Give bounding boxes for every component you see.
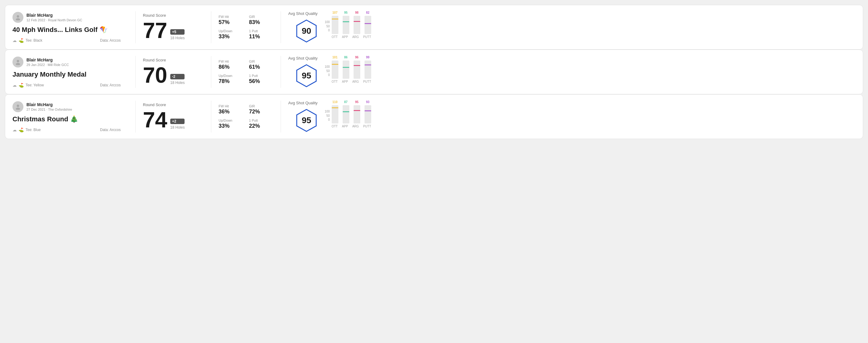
round-card-3: Blair McHarg 27 Dec 2021 · The Oxfordshi…: [5, 94, 863, 139]
score-number: 70: [143, 64, 167, 86]
y-axis-labels: 100500: [325, 65, 331, 83]
bar-accent-arg: [353, 110, 360, 111]
score-main: 77 +5 18 Holes: [143, 20, 204, 41]
tee-info: ☁ ⛳ Tee: Blue: [12, 127, 41, 132]
left-section: Blair McHarg 29 Jan 2022 · Mill Ride GCC…: [12, 57, 128, 88]
quality-label: Avg Shot Quality: [288, 11, 318, 16]
stats-grid: FW Hit 57% GIR 83% Up/Down 33% 1 Putt 11…: [219, 15, 273, 40]
quality-label: Avg Shot Quality: [288, 101, 318, 105]
fw-hit-stat: FW Hit 57%: [219, 15, 243, 26]
bar-accent-putt: [365, 111, 371, 111]
updown-stat: Up/Down 33%: [219, 29, 243, 40]
gir-stat: GIR 72%: [249, 104, 273, 115]
divider-2: [211, 101, 211, 132]
quality-section: Avg Shot Quality 90: [288, 11, 325, 43]
stats-grid: FW Hit 86% GIR 61% Up/Down 78% 1 Putt 56…: [219, 60, 273, 85]
updown-stat: Up/Down 33%: [219, 119, 243, 129]
y-label-50: 50: [325, 114, 330, 117]
updown-label: Up/Down: [219, 119, 243, 122]
fw-hit-stat: FW Hit 86%: [219, 60, 243, 70]
stats-grid: FW Hit 36% GIR 72% Up/Down 33% 1 Putt 22…: [219, 104, 273, 129]
stats-section: FW Hit 57% GIR 83% Up/Down 33% 1 Putt 11…: [219, 15, 273, 40]
weather-icon: ☁: [12, 38, 17, 43]
y-label-0: 0: [325, 118, 330, 121]
quality-number: 90: [302, 26, 311, 36]
x-label-arg: ARG: [352, 80, 359, 83]
x-label-app: APP: [342, 35, 348, 39]
gir-value: 83%: [249, 19, 273, 26]
bar-accent-app: [343, 111, 349, 112]
bars-and-labels: 110 87 95 93 OTTAPPARGPUTT: [332, 105, 371, 128]
gir-value: 61%: [249, 64, 273, 70]
gir-label: GIR: [249, 104, 273, 108]
svg-point-4: [16, 63, 20, 65]
fw-hit-label: FW Hit: [219, 15, 243, 19]
bar-col-arg: 98: [353, 16, 360, 34]
fw-hit-value: 36%: [219, 108, 243, 115]
oneputt-label: 1 Putt: [249, 119, 273, 122]
bar-value-putt: 99: [366, 56, 369, 59]
left-section: Blair McHarg 12 Feb 2022 · Royal North D…: [12, 12, 128, 43]
oneputt-stat: 1 Putt 56%: [249, 74, 273, 85]
fw-hit-stat: FW Hit 36%: [219, 104, 243, 115]
bar-col-app: 86: [343, 61, 349, 79]
x-label-ott: OTT: [332, 125, 338, 128]
quality-number: 95: [302, 71, 311, 81]
svg-point-1: [16, 18, 20, 20]
score-section: Round Score 74 +2 18 Holes: [143, 102, 204, 131]
tee-label: Tee: Black: [26, 38, 42, 42]
bar-accent-arg: [353, 21, 360, 22]
bar-col-ott: 101: [332, 61, 338, 79]
bar-bg-app: [343, 61, 349, 79]
chart-with-axis: 100500 107 95 98 82 OTTAPPARGPUTT: [325, 16, 856, 39]
weather-icon: ☁: [12, 127, 17, 132]
bar-col-arg: 95: [353, 105, 360, 123]
left-section: Blair McHarg 27 Dec 2021 · The Oxfordshi…: [12, 101, 128, 132]
bar-value-ott: 107: [332, 11, 338, 14]
round-score-label: Round Score: [143, 102, 204, 107]
bar-value-arg: 95: [355, 100, 359, 104]
bar-bg-arg: [353, 105, 360, 123]
bag-icon: ⛳: [19, 127, 24, 132]
stats-section: FW Hit 86% GIR 61% Up/Down 78% 1 Putt 56…: [219, 60, 273, 85]
y-label-50: 50: [325, 69, 330, 73]
divider-2: [211, 11, 211, 43]
y-label-0: 0: [325, 29, 330, 32]
avatar: [12, 12, 23, 23]
bar-bg-app: [343, 16, 349, 34]
holes-label: 18 Holes: [170, 81, 185, 85]
bar-col-arg: 96: [353, 61, 360, 79]
round-score-label: Round Score: [143, 13, 204, 18]
chart-section: 100500 110 87 95 93 OTTAPPARGPUTT: [325, 105, 856, 128]
gir-value: 72%: [249, 108, 273, 115]
gir-label: GIR: [249, 60, 273, 63]
divider-3: [281, 56, 281, 88]
chart-with-axis: 100500 101 86 96 99 OTTAPPARGPUTT: [325, 61, 856, 83]
round-title: January Monthly Medal: [12, 70, 121, 79]
fw-hit-value: 57%: [219, 19, 243, 26]
score-main: 74 +2 18 Holes: [143, 109, 204, 131]
bar-value-arg: 96: [355, 56, 359, 59]
gir-label: GIR: [249, 15, 273, 19]
score-diff-badge: -2: [170, 74, 185, 80]
player-info: Blair McHarg 27 Dec 2021 · The Oxfordshi…: [12, 101, 121, 112]
tee-info: ☁ ⛳ Tee: Yellow: [12, 83, 44, 88]
svg-point-6: [17, 104, 19, 107]
x-labels-row: OTTAPPARGPUTT: [332, 35, 371, 39]
quality-label: Avg Shot Quality: [288, 56, 318, 61]
round-card-1: Blair McHarg 12 Feb 2022 · Royal North D…: [5, 5, 863, 50]
oneputt-label: 1 Putt: [249, 74, 273, 77]
player-details: 27 Dec 2021 · The Oxfordshire: [26, 107, 72, 111]
updown-value: 33%: [219, 33, 243, 40]
quality-number: 95: [302, 116, 311, 125]
y-label-50: 50: [325, 25, 330, 28]
hexagon-container: 95: [294, 64, 319, 88]
avatar: [12, 57, 23, 67]
x-label-putt: PUTT: [363, 80, 371, 83]
player-details: 29 Jan 2022 · Mill Ride GCC: [26, 63, 69, 67]
oneputt-stat: 1 Putt 22%: [249, 119, 273, 129]
tee-label: Tee: Blue: [26, 128, 41, 132]
x-label-putt: PUTT: [363, 35, 371, 39]
x-label-ott: OTT: [332, 35, 338, 39]
oneputt-value: 22%: [249, 123, 273, 129]
